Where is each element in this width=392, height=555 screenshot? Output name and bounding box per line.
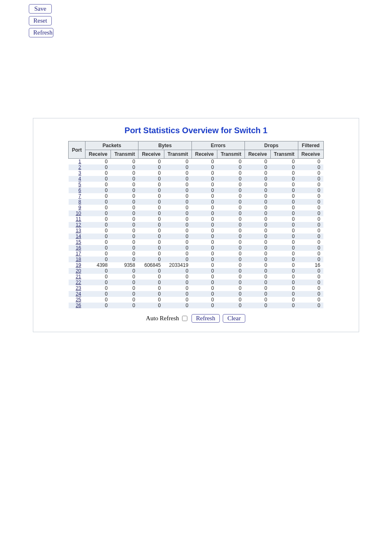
table-row: 24000000000 bbox=[69, 291, 324, 297]
cell-drop_rx: 0 bbox=[245, 222, 270, 228]
table-row: 25000000000 bbox=[69, 297, 324, 303]
cell-bytes_rx: 0 bbox=[138, 280, 164, 285]
cell-pkts_rx: 0 bbox=[85, 170, 111, 176]
reset-button[interactable]: Reset bbox=[29, 16, 52, 25]
table-row: 2000000000 bbox=[69, 164, 324, 170]
cell-bytes_tx: 0 bbox=[164, 170, 191, 176]
cell-drop_rx: 0 bbox=[245, 303, 270, 308]
stats-panel: Port Statistics Overview for Switch 1 Po… bbox=[33, 118, 359, 332]
port-link[interactable]: 12 bbox=[76, 222, 81, 228]
cell-drop_tx: 0 bbox=[270, 239, 298, 245]
cell-bytes_rx: 0 bbox=[138, 297, 164, 303]
port-link[interactable]: 17 bbox=[76, 251, 81, 257]
refresh-button[interactable]: Refresh bbox=[29, 28, 53, 37]
cell-bytes_rx: 0 bbox=[138, 193, 164, 199]
table-row: 17000000000 bbox=[69, 251, 324, 257]
cell-bytes_tx: 0 bbox=[164, 199, 191, 205]
cell-pkts_rx: 0 bbox=[85, 176, 111, 182]
cell-err_tx: 0 bbox=[217, 222, 245, 228]
port-link[interactable]: 2 bbox=[78, 164, 81, 170]
cell-bytes_rx: 0 bbox=[138, 257, 164, 262]
port-link[interactable]: 16 bbox=[76, 245, 81, 251]
table-row: 5000000000 bbox=[69, 182, 324, 187]
cell-err_tx: 0 bbox=[217, 193, 245, 199]
port-link[interactable]: 25 bbox=[76, 297, 81, 303]
port-cell: 24 bbox=[69, 291, 85, 297]
cell-bytes_rx: 0 bbox=[138, 159, 164, 165]
footer-refresh-button[interactable]: Refresh bbox=[191, 314, 220, 323]
cell-bytes_rx: 0 bbox=[138, 205, 164, 210]
port-link[interactable]: 23 bbox=[76, 285, 81, 291]
port-link[interactable]: 7 bbox=[78, 193, 81, 199]
port-link[interactable]: 19 bbox=[76, 262, 81, 268]
cell-drop_rx: 0 bbox=[245, 291, 270, 297]
cell-pkts_rx: 0 bbox=[85, 285, 111, 291]
cell-drop_rx: 0 bbox=[245, 159, 270, 165]
cell-drop_tx: 0 bbox=[270, 251, 298, 257]
cell-pkts_rx: 0 bbox=[85, 257, 111, 262]
port-link[interactable]: 18 bbox=[76, 257, 81, 262]
cell-err_tx: 0 bbox=[217, 170, 245, 176]
port-link[interactable]: 3 bbox=[78, 170, 81, 176]
cell-drop_tx: 0 bbox=[270, 245, 298, 251]
cell-filt_rx: 0 bbox=[298, 228, 323, 234]
col-errors: Errors bbox=[191, 141, 244, 150]
port-link[interactable]: 20 bbox=[76, 268, 81, 274]
cell-err_tx: 0 bbox=[217, 274, 245, 280]
port-link[interactable]: 5 bbox=[78, 182, 81, 187]
col-packets-rx: Receive bbox=[85, 150, 111, 159]
cell-bytes_rx: 0 bbox=[138, 170, 164, 176]
save-button[interactable]: Save bbox=[29, 4, 52, 14]
cell-pkts_rx: 0 bbox=[85, 239, 111, 245]
cell-drop_rx: 0 bbox=[245, 182, 270, 187]
port-link[interactable]: 14 bbox=[76, 234, 81, 239]
cell-err_tx: 0 bbox=[217, 205, 245, 210]
cell-pkts_tx: 0 bbox=[111, 257, 138, 262]
col-packets-tx: Transmit bbox=[111, 150, 138, 159]
cell-bytes_tx: 0 bbox=[164, 268, 191, 274]
port-link[interactable]: 13 bbox=[76, 228, 81, 234]
cell-err_tx: 0 bbox=[217, 251, 245, 257]
port-link[interactable]: 4 bbox=[78, 176, 81, 182]
cell-filt_rx: 0 bbox=[298, 257, 323, 262]
cell-err_tx: 0 bbox=[217, 257, 245, 262]
cell-bytes_tx: 0 bbox=[164, 274, 191, 280]
port-link[interactable]: 21 bbox=[76, 274, 81, 280]
cell-pkts_rx: 0 bbox=[85, 205, 111, 210]
port-link[interactable]: 15 bbox=[76, 239, 81, 245]
cell-bytes_rx: 0 bbox=[138, 187, 164, 193]
cell-pkts_rx: 0 bbox=[85, 274, 111, 280]
cell-drop_tx: 0 bbox=[270, 193, 298, 199]
cell-drop_tx: 0 bbox=[270, 234, 298, 239]
port-link[interactable]: 24 bbox=[76, 291, 81, 297]
cell-drop_rx: 0 bbox=[245, 164, 270, 170]
port-link[interactable]: 11 bbox=[76, 216, 81, 222]
port-link[interactable]: 22 bbox=[76, 280, 81, 285]
cell-pkts_rx: 0 bbox=[85, 193, 111, 199]
port-cell: 16 bbox=[69, 245, 85, 251]
port-cell: 2 bbox=[69, 164, 85, 170]
footer-clear-button[interactable]: Clear bbox=[223, 314, 245, 323]
auto-refresh-checkbox[interactable] bbox=[182, 316, 187, 321]
port-link[interactable]: 1 bbox=[78, 159, 81, 164]
port-link[interactable]: 10 bbox=[76, 210, 81, 216]
cell-err_tx: 0 bbox=[217, 245, 245, 251]
cell-pkts_tx: 0 bbox=[111, 164, 138, 170]
port-link[interactable]: 26 bbox=[76, 303, 81, 308]
cell-bytes_rx: 0 bbox=[138, 228, 164, 234]
cell-pkts_rx: 0 bbox=[85, 297, 111, 303]
port-link[interactable]: 8 bbox=[78, 199, 81, 205]
col-filtered: Filtered bbox=[298, 141, 323, 150]
cell-err_rx: 0 bbox=[191, 170, 217, 176]
cell-bytes_tx: 0 bbox=[164, 159, 191, 165]
cell-bytes_rx: 0 bbox=[138, 222, 164, 228]
port-link[interactable]: 9 bbox=[78, 205, 81, 210]
cell-err_rx: 0 bbox=[191, 205, 217, 210]
port-cell: 6 bbox=[69, 187, 85, 193]
cell-filt_rx: 0 bbox=[298, 159, 323, 165]
port-link[interactable]: 6 bbox=[78, 187, 81, 193]
cell-err_rx: 0 bbox=[191, 251, 217, 257]
cell-err_tx: 0 bbox=[217, 280, 245, 285]
cell-pkts_tx: 0 bbox=[111, 251, 138, 257]
cell-pkts_rx: 0 bbox=[85, 199, 111, 205]
